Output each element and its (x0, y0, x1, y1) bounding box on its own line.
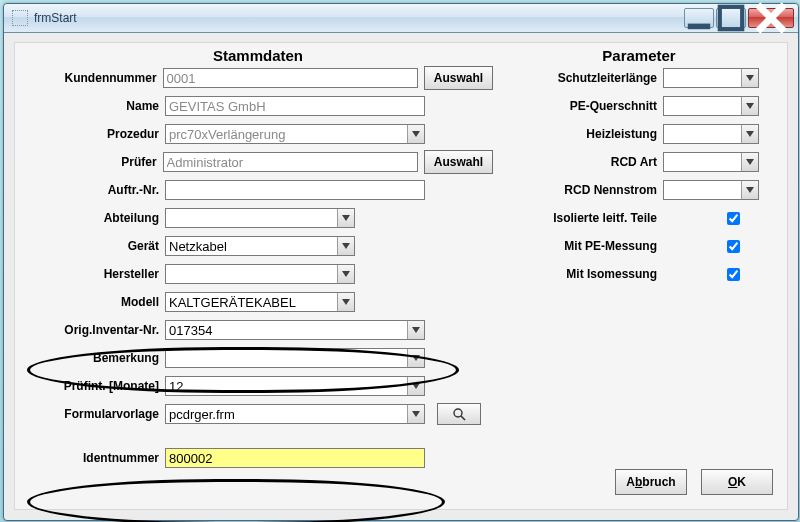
originv-label: Orig.Inventar-Nr. (23, 323, 165, 337)
chevron-down-icon[interactable] (337, 265, 354, 283)
kundennummer-field[interactable] (163, 68, 418, 88)
chevron-down-icon[interactable] (337, 209, 354, 227)
schutzleiter-label: Schutzleiterlänge (499, 71, 663, 85)
isolierte-checkbox[interactable] (727, 212, 740, 225)
prozedur-combo[interactable] (165, 124, 425, 144)
bemerkung-combo[interactable] (165, 348, 425, 368)
stammdaten-panel: Stammdaten Kundennummer Auswahl Name Pro… (23, 47, 493, 472)
annotation-ellipse (27, 479, 445, 522)
formular-combo[interactable] (165, 404, 425, 424)
modell-combo[interactable] (165, 292, 355, 312)
geraet-label: Gerät (23, 239, 165, 253)
formular-label: Formularvorlage (23, 407, 165, 421)
prozedur-label: Prozedur (23, 127, 165, 141)
chevron-down-icon[interactable] (741, 153, 758, 171)
client-area: Stammdaten Kundennummer Auswahl Name Pro… (14, 42, 788, 510)
chevron-down-icon[interactable] (407, 321, 424, 339)
auftrnr-label: Auftr.-Nr. (23, 183, 165, 197)
pruefer-field[interactable] (163, 152, 418, 172)
pruefint-value[interactable] (165, 376, 425, 396)
mitpe-label: Mit PE-Messung (499, 239, 663, 253)
rcdnennstrom-label: RCD Nennstrom (499, 183, 663, 197)
search-icon (452, 407, 466, 421)
chevron-down-icon[interactable] (337, 293, 354, 311)
window-controls (684, 8, 794, 28)
name-field[interactable] (165, 96, 425, 116)
abbruch-button[interactable]: Abbruch (615, 469, 687, 495)
stammdaten-heading: Stammdaten (23, 47, 493, 64)
pruefint-combo[interactable] (165, 376, 425, 396)
heizleistung-label: Heizleistung (499, 127, 663, 141)
auftrnr-field[interactable] (165, 180, 425, 200)
chevron-down-icon[interactable] (741, 69, 758, 87)
formular-value[interactable] (165, 404, 425, 424)
pruefer-auswahl-button[interactable]: Auswahl (424, 150, 493, 174)
pequerschnitt-combo[interactable] (663, 96, 759, 116)
chevron-down-icon[interactable] (741, 181, 758, 199)
hersteller-value[interactable] (165, 264, 355, 284)
abteilung-value[interactable] (165, 208, 355, 228)
pruefint-label: Prüfint. [Monate] (23, 379, 165, 393)
formular-browse-button[interactable] (437, 403, 481, 425)
chevron-down-icon[interactable] (407, 349, 424, 367)
modell-label: Modell (23, 295, 165, 309)
parameter-heading: Parameter (499, 47, 779, 64)
chevron-down-icon[interactable] (741, 125, 758, 143)
ok-button[interactable]: OK (701, 469, 773, 495)
chevron-down-icon[interactable] (407, 377, 424, 395)
bemerkung-value[interactable] (165, 348, 425, 368)
geraet-value[interactable] (165, 236, 355, 256)
minimize-button[interactable] (684, 8, 714, 28)
mitiso-label: Mit Isomessung (499, 267, 663, 281)
originv-combo[interactable] (165, 320, 425, 340)
abteilung-label: Abteilung (23, 211, 165, 225)
isolierte-label: Isolierte leitf. Teile (499, 211, 663, 225)
prozedur-value[interactable] (165, 124, 425, 144)
svg-rect-0 (688, 24, 710, 30)
close-button[interactable] (748, 8, 794, 28)
svg-rect-1 (720, 7, 742, 29)
ident-label: Identnummer (23, 451, 165, 465)
mitpe-checkbox[interactable] (727, 240, 740, 253)
footer-buttons: Abbruch OK (615, 469, 773, 495)
rcdnennstrom-combo[interactable] (663, 180, 759, 200)
maximize-button[interactable] (716, 8, 746, 28)
kundennummer-auswahl-button[interactable]: Auswahl (424, 66, 493, 90)
window-title: frmStart (34, 11, 684, 25)
chevron-down-icon[interactable] (407, 125, 424, 143)
chevron-down-icon[interactable] (741, 97, 758, 115)
abteilung-combo[interactable] (165, 208, 355, 228)
chevron-down-icon[interactable] (407, 405, 424, 423)
heizleistung-combo[interactable] (663, 124, 759, 144)
application-window: frmStart Stammdaten Kundennummer Auswahl… (3, 3, 799, 521)
mitiso-checkbox[interactable] (727, 268, 740, 281)
pequerschnitt-label: PE-Querschnitt (499, 99, 663, 113)
bemerkung-label: Bemerkung (23, 351, 165, 365)
originv-value[interactable] (165, 320, 425, 340)
chevron-down-icon[interactable] (337, 237, 354, 255)
geraet-combo[interactable] (165, 236, 355, 256)
ident-field[interactable] (165, 448, 425, 468)
schutzleiter-combo[interactable] (663, 68, 759, 88)
parameter-panel: Parameter Schutzleiterlänge PE-Querschni… (499, 47, 779, 288)
rcdart-combo[interactable] (663, 152, 759, 172)
rcdart-label: RCD Art (499, 155, 663, 169)
titlebar[interactable]: frmStart (4, 4, 798, 33)
modell-value[interactable] (165, 292, 355, 312)
kundennummer-label: Kundennummer (23, 71, 163, 85)
pruefer-label: Prüfer (23, 155, 163, 169)
app-icon (12, 10, 28, 26)
name-label: Name (23, 99, 165, 113)
hersteller-combo[interactable] (165, 264, 355, 284)
hersteller-label: Hersteller (23, 267, 165, 281)
svg-line-3 (461, 416, 465, 420)
svg-point-2 (454, 409, 462, 417)
